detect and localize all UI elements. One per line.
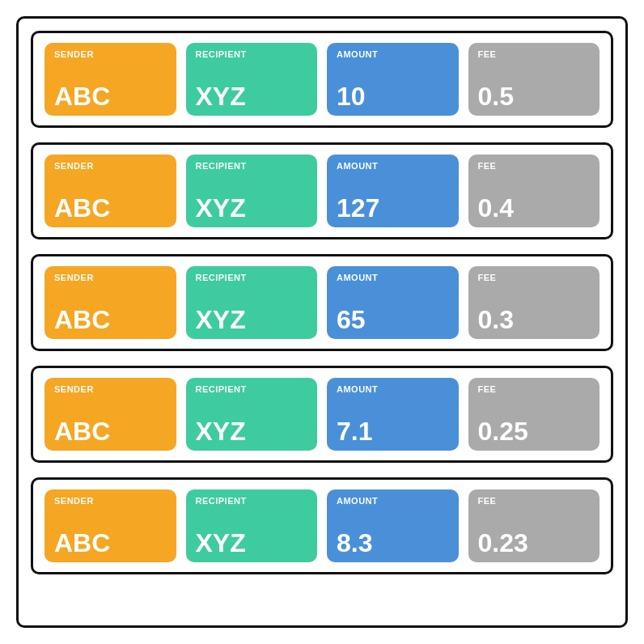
sender-label-row-1: SENDER: [54, 49, 167, 59]
amount-card-row-1: AMOUNT10: [327, 43, 459, 116]
recipient-label-row-4: RECIPIENT: [196, 384, 308, 394]
transaction-row-4: SENDERABCRECIPIENTXYZAMOUNT7.1FEE0.25: [31, 366, 613, 463]
recipient-label-row-1: RECIPIENT: [196, 49, 308, 59]
sender-value-row-1: ABC: [54, 83, 167, 109]
fee-value-row-4: 0.25: [478, 418, 591, 444]
amount-value-row-5: 8.3: [337, 530, 449, 556]
sender-label-row-3: SENDER: [54, 273, 167, 282]
recipient-card-row-5: RECIPIENTXYZ: [186, 489, 318, 562]
fee-card-row-5: FEE0.23: [468, 489, 600, 562]
fee-label-row-2: FEE: [478, 161, 591, 171]
fee-label-row-1: FEE: [478, 49, 591, 59]
transaction-row-2: SENDERABCRECIPIENTXYZAMOUNT127FEE0.4: [31, 142, 613, 239]
sender-value-row-4: ABC: [54, 418, 167, 444]
fee-value-row-3: 0.3: [478, 307, 591, 333]
amount-value-row-4: 7.1: [337, 418, 449, 444]
fee-label-row-3: FEE: [478, 273, 591, 282]
fee-value-row-2: 0.4: [478, 195, 591, 221]
amount-value-row-3: 65: [337, 307, 449, 333]
recipient-value-row-5: XYZ: [196, 530, 308, 556]
fee-card-row-1: FEE0.5: [468, 43, 600, 116]
amount-label-row-1: AMOUNT: [337, 49, 449, 59]
recipient-value-row-2: XYZ: [196, 195, 308, 221]
list-container: SENDERABCRECIPIENTXYZAMOUNT10FEE0.5SENDE…: [16, 16, 628, 628]
amount-value-row-1: 10: [337, 83, 449, 109]
recipient-value-row-1: XYZ: [196, 83, 308, 109]
sender-value-row-2: ABC: [54, 195, 167, 221]
amount-label-row-3: AMOUNT: [337, 273, 449, 282]
amount-label-row-4: AMOUNT: [337, 384, 449, 394]
fee-value-row-1: 0.5: [478, 83, 591, 109]
amount-card-row-4: AMOUNT7.1: [327, 378, 459, 451]
fee-value-row-5: 0.23: [478, 530, 591, 556]
recipient-card-row-4: RECIPIENTXYZ: [186, 378, 318, 451]
fee-label-row-5: FEE: [478, 496, 591, 506]
recipient-card-row-2: RECIPIENTXYZ: [186, 155, 318, 227]
fee-card-row-3: FEE0.3: [468, 266, 600, 339]
sender-value-row-5: ABC: [54, 530, 167, 556]
sender-card-row-1: SENDERABC: [44, 43, 176, 116]
sender-label-row-4: SENDER: [54, 384, 167, 394]
recipient-card-row-1: RECIPIENTXYZ: [186, 43, 318, 116]
sender-card-row-5: SENDERABC: [44, 489, 176, 562]
recipient-label-row-2: RECIPIENT: [196, 161, 308, 171]
amount-card-row-5: AMOUNT8.3: [327, 489, 459, 562]
sender-value-row-3: ABC: [54, 307, 167, 333]
sender-card-row-3: SENDERABC: [44, 266, 176, 339]
transaction-row-3: SENDERABCRECIPIENTXYZAMOUNT65FEE0.3: [31, 254, 613, 351]
sender-label-row-2: SENDER: [54, 161, 167, 171]
fee-card-row-2: FEE0.4: [468, 155, 600, 227]
fee-label-row-4: FEE: [478, 384, 591, 394]
recipient-value-row-4: XYZ: [196, 418, 308, 444]
recipient-value-row-3: XYZ: [196, 307, 308, 333]
recipient-label-row-5: RECIPIENT: [196, 496, 308, 506]
amount-value-row-2: 127: [337, 195, 449, 221]
fee-card-row-4: FEE0.25: [468, 378, 600, 451]
amount-label-row-5: AMOUNT: [337, 496, 449, 506]
amount-card-row-3: AMOUNT65: [327, 266, 459, 339]
amount-label-row-2: AMOUNT: [337, 161, 449, 171]
transaction-row-1: SENDERABCRECIPIENTXYZAMOUNT10FEE0.5: [31, 31, 613, 128]
recipient-card-row-3: RECIPIENTXYZ: [186, 266, 318, 339]
sender-label-row-5: SENDER: [54, 496, 167, 506]
transaction-row-5: SENDERABCRECIPIENTXYZAMOUNT8.3FEE0.23: [31, 477, 613, 574]
sender-card-row-4: SENDERABC: [44, 378, 176, 451]
recipient-label-row-3: RECIPIENT: [196, 273, 308, 282]
sender-card-row-2: SENDERABC: [44, 155, 176, 227]
amount-card-row-2: AMOUNT127: [327, 155, 459, 227]
